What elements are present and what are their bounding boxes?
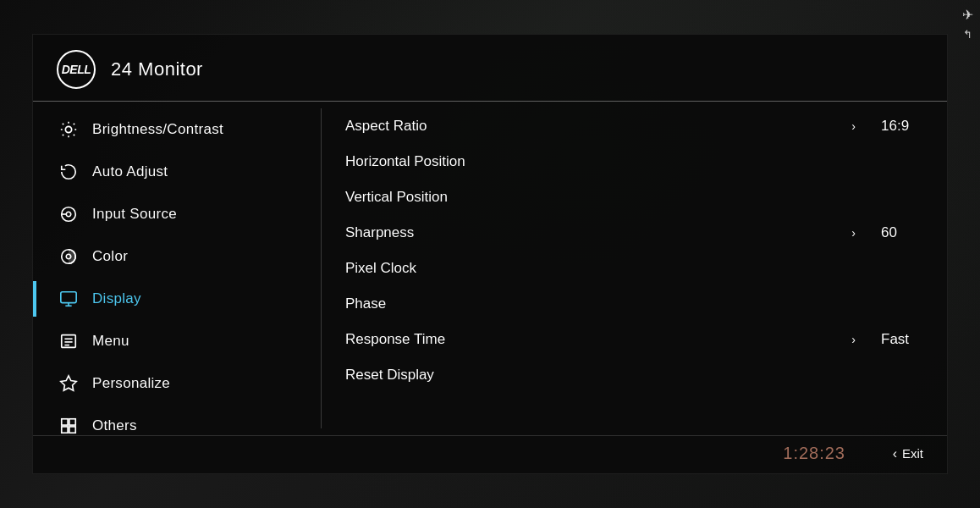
auto-adjust-svg (59, 163, 78, 181)
monitor-icon (57, 287, 80, 311)
system-tray: ✈ ↰ (962, 7, 973, 41)
svg-line-4 (74, 135, 74, 135)
input-svg (59, 205, 78, 224)
svg-rect-25 (69, 427, 75, 433)
sidebar-label-auto-adjust: Auto Adjust (92, 163, 168, 180)
sidebar-label-input-source: Input Source (92, 206, 177, 223)
aspect-ratio-value: 16:9 (881, 118, 923, 135)
sharpness-value: 60 (881, 224, 923, 241)
svg-line-8 (74, 124, 74, 124)
exit-label: Exit (902, 446, 923, 461)
response-time-arrow: › (851, 333, 856, 346)
menu-icon (57, 329, 80, 353)
sidebar-item-color[interactable]: Color (33, 235, 321, 278)
svg-point-10 (66, 212, 71, 217)
sidebar-label-brightness: Brightness/Contrast (92, 121, 223, 138)
menu-item-phase[interactable]: Phase (322, 286, 947, 322)
personalize-svg (59, 374, 78, 393)
menu-item-reset-display[interactable]: Reset Display (322, 357, 947, 393)
right-panel: Aspect Ratio › 16:9 Horizontal Position … (322, 102, 947, 435)
response-time-value: Fast (881, 331, 923, 348)
svg-point-0 (65, 126, 71, 132)
time-display: 1:28:23 (783, 444, 845, 463)
osd-container: DELL 24 Monitor (32, 34, 948, 474)
input-icon (57, 202, 80, 226)
grid-icon (57, 414, 80, 438)
sidebar-item-input-source[interactable]: Input Source (33, 193, 321, 235)
brightness-svg (59, 120, 78, 139)
menu-item-sharpness[interactable]: Sharpness › 60 (322, 215, 947, 251)
reset-display-label: Reset Display (345, 367, 923, 384)
svg-rect-23 (69, 419, 75, 425)
color-svg (59, 247, 78, 266)
signal-icon: ↰ (963, 28, 972, 41)
svg-line-7 (63, 135, 63, 135)
sidebar-label-menu: Menu (92, 333, 129, 350)
bottom-bar: 1:28:23 ‹ Exit (33, 435, 947, 471)
sharpness-arrow: › (851, 226, 856, 240)
sidebar-item-brightness-contrast[interactable]: Brightness/Contrast (33, 108, 321, 151)
dell-logo: DELL (57, 50, 96, 89)
menu-svg (59, 332, 78, 351)
color-icon (57, 245, 80, 268)
airplane-icon: ✈ (962, 7, 973, 23)
aspect-ratio-arrow: › (851, 119, 856, 133)
response-time-label: Response Time (345, 331, 851, 348)
svg-rect-22 (62, 419, 68, 425)
sidebar-label-others: Others (92, 417, 137, 434)
sharpness-label: Sharpness (345, 224, 851, 241)
sidebar-item-personalize[interactable]: Personalize (33, 362, 321, 405)
sidebar-label-display: Display (92, 290, 141, 307)
sidebar: Brightness/Contrast Auto Adjust (33, 102, 321, 435)
svg-line-3 (63, 124, 63, 124)
exit-button[interactable]: ‹ Exit (893, 446, 923, 461)
phase-label: Phase (345, 295, 923, 312)
menu-item-horizontal-position[interactable]: Horizontal Position (322, 144, 947, 179)
dell-logo-text: DELL (62, 63, 91, 76)
sidebar-label-personalize: Personalize (92, 375, 170, 392)
sun-icon (57, 118, 80, 141)
refresh-icon (57, 160, 80, 184)
monitor-title: 24 Monitor (111, 58, 203, 80)
sidebar-item-display[interactable]: Display (33, 278, 321, 320)
svg-rect-24 (62, 427, 68, 433)
aspect-ratio-label: Aspect Ratio (345, 118, 851, 135)
osd-header: DELL 24 Monitor (33, 35, 947, 102)
content-area: Brightness/Contrast Auto Adjust (33, 102, 947, 435)
pixel-clock-label: Pixel Clock (345, 260, 923, 277)
others-svg (59, 417, 78, 435)
menu-item-response-time[interactable]: Response Time › Fast (322, 322, 947, 357)
menu-item-aspect-ratio[interactable]: Aspect Ratio › 16:9 (322, 108, 947, 144)
menu-item-pixel-clock[interactable]: Pixel Clock (322, 251, 947, 286)
exit-chevron-icon: ‹ (893, 446, 897, 461)
star-icon (57, 372, 80, 395)
sidebar-item-auto-adjust[interactable]: Auto Adjust (33, 151, 321, 193)
display-svg (59, 290, 78, 308)
vertical-position-label: Vertical Position (345, 189, 923, 206)
sidebar-item-menu[interactable]: Menu (33, 320, 321, 362)
sidebar-label-color: Color (92, 248, 128, 265)
horizontal-position-label: Horizontal Position (345, 153, 923, 170)
svg-rect-14 (61, 292, 76, 303)
svg-marker-21 (61, 376, 76, 390)
menu-item-vertical-position[interactable]: Vertical Position (322, 179, 947, 215)
